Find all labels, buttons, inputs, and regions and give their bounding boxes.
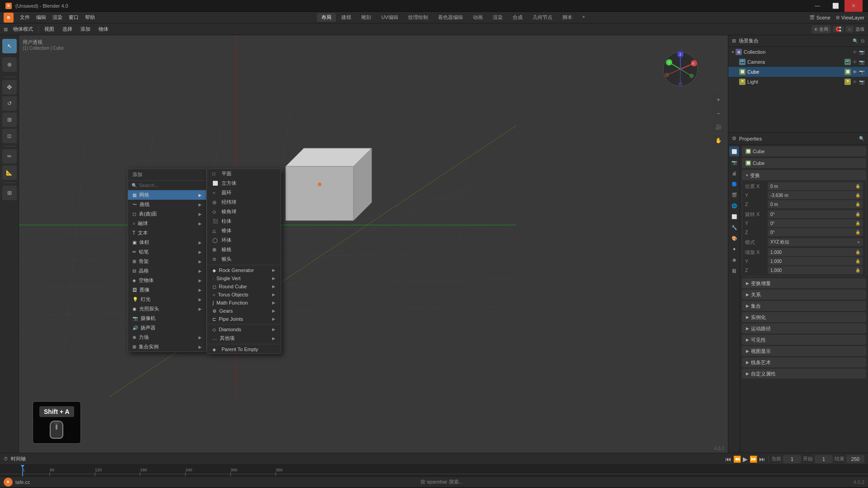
delta-header[interactable]: ▶ 变换增量 (742, 279, 866, 288)
sub-pipe-joints[interactable]: ⊏Pipe Joints ▶ (207, 315, 281, 323)
pan-btn[interactable]: ✋ (712, 135, 724, 146)
add-menu-btn[interactable]: 添加 (78, 25, 93, 33)
menu-item-metaball[interactable]: ○融球 ▶ (128, 219, 206, 228)
menu-item-lightprobe[interactable]: ◉光照探头 ▶ (128, 304, 206, 314)
tab-animation[interactable]: 动画 (468, 13, 487, 22)
motion-header[interactable]: ▶ 运动路径 (742, 324, 866, 333)
outliner-filter-btn[interactable]: ⊟ (861, 38, 864, 43)
sub-cylinder[interactable]: ⬛柱体 (207, 216, 281, 226)
tab-geonodes[interactable]: 几何节点 (528, 13, 557, 22)
move-tool-btn[interactable]: ✥ (2, 80, 17, 94)
tab-render[interactable]: 渲染 (488, 13, 507, 22)
outliner-search-btn[interactable]: 🔍 (853, 38, 858, 43)
sub-round-cube[interactable]: ◻Round Cube ▶ (207, 282, 281, 291)
viewport-3d[interactable]: 用户透视 (1) Collection | Cube (19, 35, 728, 453)
menu-item-collection[interactable]: ⊞集合实例 ▶ (128, 342, 206, 352)
menu-item-camera[interactable]: 📷摄像机 (128, 314, 206, 323)
outliner-item-light[interactable]: 💡 Light 💡 👁 📷 (728, 77, 868, 87)
vpd-header[interactable]: ▶ 视图显示 (742, 347, 866, 356)
tab-add[interactable]: + (578, 13, 590, 22)
loc-y-field[interactable]: -3.636 m 🔒 (768, 191, 863, 199)
cursor-tool-btn[interactable]: ⊕ (2, 57, 17, 72)
prop-tab-object[interactable]: ⬜ (729, 146, 739, 156)
end-frame-field[interactable]: 250 (846, 455, 864, 463)
prop-tab-world[interactable]: 🌐 (729, 201, 739, 211)
menu-item-surface[interactable]: ◻表(曲)面 ▶ (128, 209, 206, 219)
object-mode-btn[interactable]: 物体模式 (10, 25, 36, 33)
tab-shader[interactable]: 着色器编辑 (434, 13, 467, 22)
menu-item-curve[interactable]: 〜曲线 ▶ (128, 200, 206, 209)
zoom-in-btn[interactable]: + (712, 94, 724, 106)
close-btn[interactable]: ✕ (844, 0, 863, 12)
menu-window[interactable]: 窗口 (66, 13, 81, 22)
sub-monkey[interactable]: ⊙猴头 (207, 254, 281, 264)
vis-header[interactable]: ▶ 可见性 (742, 335, 866, 344)
jump-start-btn[interactable]: ⏮ (725, 455, 731, 463)
scale-z-field[interactable]: 1.000 🔒 (768, 266, 863, 274)
prev-frame-btn[interactable]: ⏪ (733, 455, 741, 463)
add-menu-search-row[interactable]: 🔍 Search... (128, 181, 206, 190)
sub-icosphere[interactable]: ◇棱角球 (207, 207, 281, 216)
prop-tab-output[interactable]: 🖨 (729, 168, 739, 178)
props-filter[interactable]: 🔍 (859, 136, 864, 141)
prop-tab-scene[interactable]: 🎬 (729, 190, 739, 200)
rot-y-field[interactable]: 0° 🔒 (768, 219, 863, 227)
loc-z-field[interactable]: 0 m 🔒 (768, 200, 863, 208)
add-obj-btn[interactable]: ⊞ (2, 186, 17, 200)
prop-tab-constraints[interactable]: ⛓ (729, 266, 739, 276)
coll-header[interactable]: ▶ 集合 (742, 301, 866, 310)
tab-compositing[interactable]: 合成 (508, 13, 527, 22)
menu-item-empty[interactable]: ◈空物体 ▶ (128, 276, 206, 285)
tab-scripting[interactable]: 脚本 (558, 13, 577, 22)
global-local-btn[interactable]: ⊕ 全局 (811, 25, 831, 33)
obj-name-field[interactable]: ⬜ Cube (742, 146, 866, 156)
tab-uv[interactable]: UV编辑 (377, 13, 402, 22)
prop-tab-particles[interactable]: ✦ (729, 244, 739, 254)
menu-help[interactable]: 帮助 (82, 13, 98, 22)
next-frame-btn[interactable]: ⏩ (750, 455, 757, 463)
minimize-btn[interactable]: — (808, 0, 826, 12)
rotation-mode-field[interactable]: XYZ 欧拉 ▼ (768, 238, 863, 246)
tab-layout[interactable]: 布局 (317, 13, 336, 22)
object-menu[interactable]: 物体 (96, 25, 111, 33)
transform-header[interactable]: ▾ 变换 (742, 170, 866, 180)
scale-x-field[interactable]: 1.000 🔒 (768, 248, 863, 256)
inst-header[interactable]: ▶ 实例化 (742, 313, 866, 322)
menu-item-mesh[interactable]: ▦网格 ▶ (128, 190, 206, 200)
select-menu[interactable]: 选择 (60, 25, 75, 33)
zoom-out-btn[interactable]: − (712, 108, 724, 119)
sub-cube[interactable]: ⬜立方体 (207, 178, 281, 188)
maximize-btn[interactable]: ⬜ (826, 0, 844, 12)
prop-tab-modifier[interactable]: 🔧 (729, 222, 739, 232)
menu-item-force[interactable]: ⊕力场 ▶ (128, 333, 206, 342)
sub-torus[interactable]: ◯环体 (207, 235, 281, 245)
mesh-submenu[interactable]: □平面 ⬜立方体 ○圆环 ◎经纬球 ◇棱角球 ⬛柱体 △锥体 ◯环体 (207, 169, 281, 354)
sub-circle[interactable]: ○圆环 (207, 188, 281, 197)
relations-header[interactable]: ▶ 关系 (742, 290, 866, 299)
la-header[interactable]: ▶ 线条艺术 (742, 358, 866, 367)
annotate-btn[interactable]: ✏ (2, 149, 17, 164)
view-menu[interactable]: 视图 (42, 25, 57, 33)
sub-single-vert[interactable]: ·Single Vert ▶ (207, 274, 281, 282)
sub-math-func[interactable]: ∫Math Function ▶ (207, 299, 281, 307)
prop-tab-shader[interactable]: 🎨 (729, 233, 739, 243)
jump-end-btn[interactable]: ⏭ (759, 455, 765, 463)
cp-header[interactable]: ▶ 自定义属性 (742, 369, 866, 378)
sub-diamonds[interactable]: ◇Diamonds ▶ (207, 325, 281, 333)
prop-tab-physics[interactable]: ⊕ (729, 255, 739, 265)
rot-z-field[interactable]: 0° 🔒 (768, 228, 863, 236)
add-context-menu[interactable]: 添加 🔍 Search... ▦网格 ▶ 〜曲线 ▶ ◻表(曲)面 ▶ ○融球 … (127, 169, 207, 352)
snap-btn[interactable]: 🧲 (833, 26, 844, 33)
play-btn[interactable]: ▶ (743, 455, 748, 463)
scale-y-field[interactable]: 1.000 🔒 (768, 257, 863, 265)
menu-item-lattice[interactable]: ⊟晶格 ▶ (128, 266, 206, 276)
nav-gizmo[interactable]: X Y Z (660, 49, 701, 89)
rotate-tool-btn[interactable]: ↺ (2, 96, 17, 111)
prop-tab-view[interactable]: 🔵 (729, 179, 739, 189)
sub-rock-gen[interactable]: ◆Rock Generator ▶ (207, 266, 281, 274)
prop-tab-render[interactable]: 📷 (729, 157, 739, 167)
menu-edit[interactable]: 编辑 (33, 13, 49, 22)
prop-tab-obj[interactable]: ⬜ (729, 211, 739, 221)
menu-item-speaker[interactable]: 🔊扬声器 (128, 323, 206, 333)
sub-torus-objects[interactable]: ○Torus Objects ▶ (207, 291, 281, 299)
